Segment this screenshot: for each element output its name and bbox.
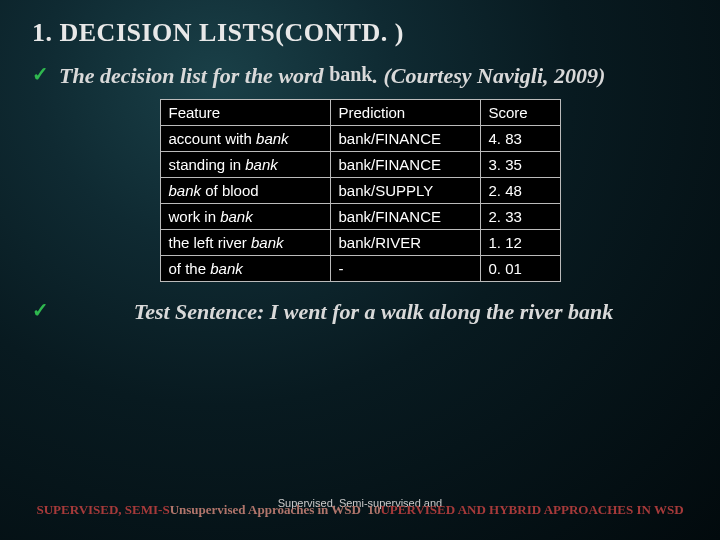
table-row: of the bank - 0. 01 — [160, 255, 560, 281]
cell-score: 2. 33 — [480, 203, 560, 229]
cell-pred: bank/FINANCE — [330, 203, 480, 229]
table-row: standing in bank bank/FINANCE 3. 35 — [160, 151, 560, 177]
cell-feature: account with bank — [160, 125, 330, 151]
cell-score: 3. 35 — [480, 151, 560, 177]
cell-feature: bank of blood — [160, 177, 330, 203]
bullet-1-pre: The decision list for the word — [59, 63, 329, 88]
check-icon: ✓ — [32, 62, 49, 86]
decision-list-table: Feature Prediction Score account with ba… — [160, 99, 561, 282]
txt: standing in — [169, 156, 246, 173]
table-header-row: Feature Prediction Score — [160, 99, 560, 125]
bullet-1-text: The decision list for the word bank. (Co… — [59, 62, 605, 91]
txt-it: bank — [251, 234, 284, 251]
footer-left: SUPERVISED, SEMI-S — [36, 502, 169, 517]
table-row: work in bank bank/FINANCE 2. 33 — [160, 203, 560, 229]
cell-pred: bank/SUPPLY — [330, 177, 480, 203]
slide-title: 1. DECISION LISTS(CONTD. ) — [32, 18, 688, 48]
txt-it: bank — [220, 208, 253, 225]
cell-score: 4. 83 — [480, 125, 560, 151]
cell-score: 0. 01 — [480, 255, 560, 281]
table-row: account with bank bank/FINANCE 4. 83 — [160, 125, 560, 151]
cell-feature: the left river bank — [160, 229, 330, 255]
txt: the left river — [169, 234, 252, 251]
table-row: the left river bank bank/RIVER 1. 12 — [160, 229, 560, 255]
bullet-2-text: Test Sentence: I went for a walk along t… — [59, 298, 688, 327]
txt-it: bank — [245, 156, 278, 173]
cell-feature: standing in bank — [160, 151, 330, 177]
cell-pred: bank/FINANCE — [330, 125, 480, 151]
txt: account with — [169, 130, 257, 147]
bullet-2: ✓ Test Sentence: I went for a walk along… — [32, 298, 688, 327]
cell-pred: bank/RIVER — [330, 229, 480, 255]
footer-right: UPERVISED AND HYBRID APPROACHES IN WSD — [380, 502, 683, 517]
bullet-1-post: . (Courtesy Navigli, 2009) — [373, 63, 606, 88]
bullet-1-word: bank — [329, 63, 372, 85]
txt: of the — [169, 260, 211, 277]
cell-pred: - — [330, 255, 480, 281]
footer: Supervised, Semi-supervised and SUPERVIS… — [0, 497, 720, 518]
cell-feature: of the bank — [160, 255, 330, 281]
cell-feature: work in bank — [160, 203, 330, 229]
cell-score: 1. 12 — [480, 229, 560, 255]
bullet-1: ✓ The decision list for the word bank. (… — [32, 62, 688, 91]
check-icon: ✓ — [32, 298, 49, 322]
th-prediction: Prediction — [330, 99, 480, 125]
footer-overlap: Unsupervised Approaches in WSD 10 — [170, 502, 381, 517]
th-score: Score — [480, 99, 560, 125]
txt: of blood — [201, 182, 259, 199]
cell-pred: bank/FINANCE — [330, 151, 480, 177]
table-row: bank of blood bank/SUPPLY 2. 48 — [160, 177, 560, 203]
txt-it: bank — [210, 260, 243, 277]
th-feature: Feature — [160, 99, 330, 125]
footer-line-2: SUPERVISED, SEMI-SUnsupervised Approache… — [0, 502, 720, 518]
txt-it: bank — [169, 182, 202, 199]
cell-score: 2. 48 — [480, 177, 560, 203]
txt: work in — [169, 208, 221, 225]
txt-it: bank — [256, 130, 289, 147]
